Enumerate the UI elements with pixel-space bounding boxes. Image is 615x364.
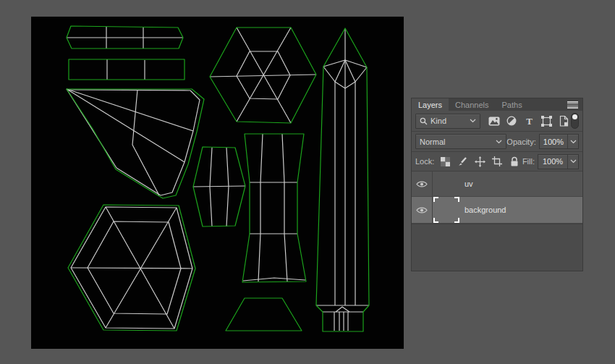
document-canvas[interactable]	[31, 17, 404, 349]
chevron-down-icon	[496, 140, 502, 144]
lock-all-icon[interactable]	[509, 156, 520, 167]
panel-menu-icon[interactable]	[567, 101, 578, 109]
chevron-down-icon	[570, 140, 577, 144]
pencil-white-line	[336, 307, 349, 312]
fill-value-box[interactable]: 100%	[538, 154, 579, 169]
shape-layer-filter-icon[interactable]	[540, 115, 552, 127]
blend-mode-row: Normal Opacity: 100%	[412, 132, 582, 152]
type-layer-filter-icon[interactable]: T	[523, 115, 535, 127]
tab-channels[interactable]: Channels	[449, 98, 495, 111]
lock-label: Lock:	[415, 157, 434, 166]
active-thumbnail-bracket	[454, 197, 459, 202]
barrel-patch-white-line	[226, 148, 229, 227]
barrel-patch-white-line	[193, 186, 245, 187]
search-icon	[420, 117, 428, 125]
trapezoid-green-line	[226, 298, 302, 331]
layer-row-uv[interactable]: uv	[412, 172, 582, 197]
cone-fan-white-line	[67, 89, 193, 131]
layer-row-background[interactable]: background	[412, 197, 582, 224]
lock-transparency-icon[interactable]	[439, 156, 451, 167]
blend-mode-value: Normal	[420, 137, 445, 146]
lock-position-icon[interactable]	[474, 156, 485, 167]
cone-fan-white-line	[67, 89, 184, 162]
eye-icon	[416, 206, 428, 214]
opacity-value: 100%	[540, 137, 567, 146]
layer-name: background	[465, 206, 506, 214]
active-thumbnail-bracket	[433, 197, 438, 202]
opacity-value-box[interactable]: 100%	[539, 134, 579, 149]
blend-mode-dropdown[interactable]: Normal	[415, 134, 506, 149]
layer-thumbnail[interactable]	[435, 172, 458, 195]
chevron-down-icon	[470, 119, 476, 123]
opacity-label: Opacity:	[506, 137, 535, 146]
adjustment-layer-filter-icon[interactable]	[506, 115, 517, 127]
uv-wireframe	[31, 17, 404, 349]
cone-fan-white-line	[67, 90, 190, 90]
tab-paths[interactable]: Paths	[496, 98, 529, 111]
cone-fan-green-line	[67, 89, 204, 198]
hexagon-large-white-line	[71, 268, 192, 268]
hourglass-strip-white-line	[243, 278, 305, 281]
fill-value: 100%	[538, 157, 567, 166]
lock-icon-group	[439, 156, 520, 167]
layer-filter-kind-dropdown[interactable]: Kind	[415, 114, 480, 129]
filter-row: Kind	[412, 111, 582, 132]
cone-fan-white-line	[132, 90, 159, 195]
pixel-layer-filter-icon[interactable]	[488, 115, 500, 127]
eye-icon	[416, 180, 428, 188]
layers-panel-empty-area[interactable]	[412, 224, 582, 271]
hourglass-strip-white-line	[282, 134, 287, 282]
lock-row: Lock:	[412, 152, 582, 172]
cone-fan-white-line	[116, 168, 161, 195]
tab-layers[interactable]: Layers	[412, 98, 449, 111]
pencil-green-line	[316, 28, 369, 331]
layer-thumbnail[interactable]	[435, 198, 458, 221]
layer-name: uv	[465, 179, 473, 188]
visibility-toggle[interactable]	[412, 172, 433, 196]
active-thumbnail-bracket	[454, 218, 459, 223]
fill-chevron[interactable]	[567, 155, 578, 169]
smart-object-filter-icon[interactable]	[558, 115, 569, 127]
lock-artboard-icon[interactable]	[491, 156, 503, 167]
active-thumbnail-bracket	[433, 218, 438, 223]
hourglass-strip-green-line	[242, 134, 306, 282]
filter-toggle-switch[interactable]	[571, 113, 579, 129]
chevron-down-icon	[570, 159, 577, 164]
layers-panel: Layers Channels Paths Kind	[411, 98, 583, 271]
filter-toggle-knob	[572, 114, 577, 119]
photoshop-workspace: Layers Channels Paths Kind	[0, 0, 615, 364]
rect-strip-green-line	[69, 59, 184, 80]
visibility-toggle[interactable]	[412, 197, 433, 223]
hourglass-strip-white-line	[258, 134, 263, 282]
fill-label: Fill:	[522, 157, 535, 166]
opacity-chevron[interactable]	[567, 135, 578, 148]
panel-tab-bar: Layers Channels Paths	[412, 98, 582, 111]
kind-dropdown-value: Kind	[430, 117, 446, 125]
svg-text:T: T	[526, 117, 533, 126]
barrel-patch-white-line	[210, 148, 212, 227]
lock-pixels-icon[interactable]	[457, 156, 468, 167]
pencil-white-line	[335, 60, 345, 82]
filter-icon-group: T	[488, 115, 569, 127]
